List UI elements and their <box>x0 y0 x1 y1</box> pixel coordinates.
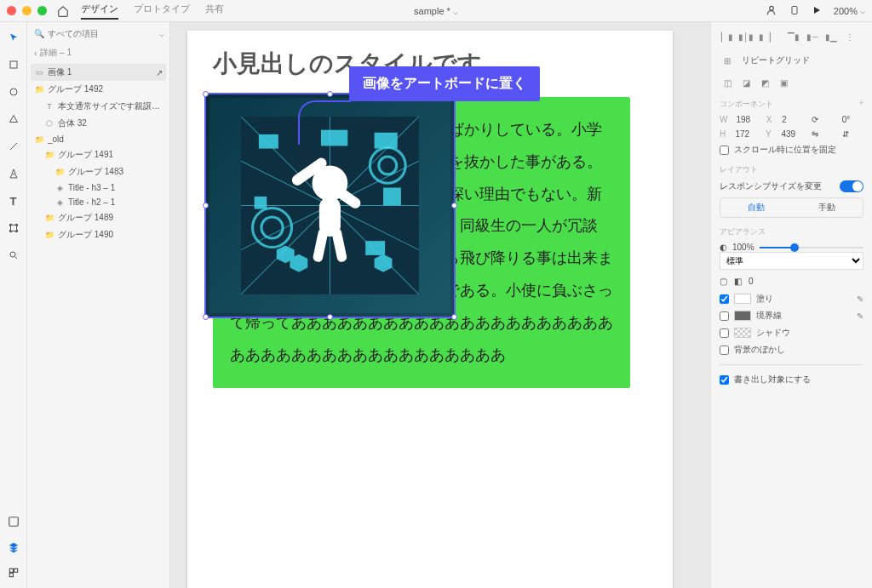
height-value[interactable]: 172 <box>736 129 758 139</box>
layer-item[interactable]: 📁グループ 1483 <box>31 163 166 180</box>
device-preview-icon[interactable] <box>789 4 800 18</box>
export-label: 書き出し対象にする <box>734 374 811 385</box>
resize-handle-se[interactable] <box>451 314 457 320</box>
layer-breadcrumb[interactable]: ‹ 詳細 – 1 <box>31 45 166 60</box>
layer-name: _old <box>48 134 163 144</box>
appearance-section-label: アピアランス <box>720 226 863 237</box>
align-center-h-icon[interactable]: ▮│▮ <box>738 29 754 44</box>
zoom-control[interactable]: 200%⌵ <box>834 6 865 16</box>
shadow-checkbox[interactable] <box>720 328 729 338</box>
layer-item[interactable]: ⬡合体 32 <box>31 115 166 132</box>
maximize-window[interactable] <box>37 6 47 15</box>
corner-diff-icon[interactable]: ◧ <box>734 277 742 286</box>
blend-mode-select[interactable]: 標準 <box>720 252 863 270</box>
opacity-slider[interactable] <box>760 247 863 248</box>
layout-mode-segment[interactable]: 自動 手動 <box>720 197 863 218</box>
resize-handle-nw[interactable] <box>203 91 209 97</box>
corner-same-icon[interactable]: ▢ <box>720 277 727 286</box>
align-left-icon[interactable]: ▏▮ <box>720 29 735 44</box>
artboard-tool[interactable] <box>7 221 20 235</box>
repeat-grid-button[interactable]: リピートグリッド <box>742 54 810 66</box>
artboard[interactable]: 小見出しのスタイルです <box>187 31 673 588</box>
ellipse-tool[interactable] <box>7 85 20 99</box>
repeat-grid-icon[interactable]: ⊞ <box>720 53 735 68</box>
polygon-tool[interactable] <box>7 112 20 126</box>
width-value[interactable]: 198 <box>736 115 757 124</box>
align-middle-icon[interactable]: ▮─ <box>805 29 820 44</box>
stroke-checkbox[interactable] <box>720 311 729 321</box>
y-value[interactable]: 439 <box>782 129 804 139</box>
layer-search-input[interactable] <box>48 29 156 38</box>
align-right-icon[interactable]: ▮▕ <box>757 29 772 44</box>
zoom-tool[interactable] <box>7 248 20 262</box>
boolean-subtract-icon[interactable]: ◪ <box>738 75 754 90</box>
layer-item[interactable]: ▭画像 1↗ <box>31 64 166 81</box>
body-text-block[interactable]: イズです親譲りの無鉄砲で ら損ばかりしている。小学 分学校の二階から飛び降り と… <box>213 97 630 388</box>
text-tool[interactable]: T <box>7 194 20 208</box>
corner-radius-value[interactable]: 0 <box>749 277 754 286</box>
rotate-icon[interactable]: ⟳ <box>812 115 833 124</box>
pen-tool[interactable] <box>7 167 20 180</box>
layers-panel-icon[interactable] <box>7 540 20 554</box>
select-tool[interactable] <box>7 31 20 44</box>
shadow-label: シャドウ <box>756 327 790 339</box>
fill-checkbox[interactable] <box>720 294 729 304</box>
resize-handle-s[interactable] <box>327 314 333 320</box>
home-icon[interactable] <box>57 5 69 17</box>
add-component-button[interactable]: + <box>859 99 863 107</box>
align-top-icon[interactable]: ▔▮ <box>786 29 801 44</box>
flip-v-icon[interactable]: ⇵ <box>842 129 864 139</box>
resize-handle-n[interactable] <box>327 91 333 97</box>
flip-h-icon[interactable]: ⇋ <box>812 129 834 139</box>
layer-item[interactable]: T本文通常サイズです親譲りの無… <box>31 98 166 115</box>
layer-item[interactable]: 📁グループ 1491 <box>31 146 166 163</box>
distribute-icon[interactable]: ⋮ <box>842 29 858 44</box>
boolean-add-icon[interactable]: ◫ <box>720 75 735 90</box>
svg-point-0 <box>770 6 774 10</box>
fill-eyedropper-icon[interactable]: ✎ <box>857 294 863 304</box>
layer-item[interactable]: 📁グループ 1489 <box>31 209 166 226</box>
opacity-value[interactable]: 100% <box>732 243 754 252</box>
boolean-exclude-icon[interactable]: ▣ <box>776 75 791 90</box>
assets-panel-icon[interactable] <box>7 515 20 528</box>
align-bottom-icon[interactable]: ▮▁ <box>823 29 839 44</box>
external-link-icon[interactable]: ↗ <box>156 68 163 77</box>
resize-handle-w[interactable] <box>203 203 209 208</box>
canvas[interactable]: 小見出しのスタイルです <box>170 22 710 588</box>
layout-manual[interactable]: 手動 <box>792 198 863 217</box>
account-icon[interactable] <box>766 4 777 18</box>
layout-auto[interactable]: 自動 <box>720 198 792 217</box>
layer-item[interactable]: ◈Title - h3 – 1 <box>31 180 166 195</box>
tab-design[interactable]: デザイン <box>81 3 118 20</box>
layer-item[interactable]: ◈Title - h2 – 1 <box>31 195 166 209</box>
scroll-fix-checkbox[interactable] <box>720 146 729 155</box>
resize-handle-e[interactable] <box>451 203 457 208</box>
blur-checkbox[interactable] <box>720 345 729 355</box>
tab-prototype[interactable]: プロトタイプ <box>134 3 190 20</box>
plugins-panel-icon[interactable] <box>7 566 20 579</box>
layer-item[interactable]: 📁グループ 1492 <box>31 81 166 98</box>
layer-item[interactable]: 📁グループ 1490 <box>31 226 166 243</box>
minimize-window[interactable] <box>22 6 32 15</box>
x-value[interactable]: 2 <box>782 115 803 124</box>
stroke-swatch[interactable] <box>734 311 751 321</box>
close-window[interactable] <box>7 6 16 15</box>
rectangle-tool[interactable] <box>7 58 20 71</box>
svg-rect-4 <box>10 225 16 231</box>
search-filter-chevron[interactable]: ⌵ <box>159 29 164 38</box>
export-checkbox[interactable] <box>720 375 729 385</box>
responsive-toggle[interactable] <box>840 180 863 192</box>
text-icon: T <box>44 102 54 111</box>
height-label: H <box>720 129 727 139</box>
layer-item[interactable]: 📁_old <box>31 132 166 146</box>
shadow-swatch[interactable] <box>734 328 751 338</box>
resize-handle-sw[interactable] <box>203 314 209 320</box>
line-tool[interactable] <box>7 140 20 153</box>
fill-swatch[interactable] <box>734 294 751 304</box>
play-icon[interactable] <box>812 5 822 17</box>
layer-name: グループ 1489 <box>58 212 163 224</box>
tab-share[interactable]: 共有 <box>205 3 224 20</box>
rotation-value[interactable]: 0° <box>842 115 863 124</box>
boolean-intersect-icon[interactable]: ◩ <box>757 75 772 90</box>
stroke-eyedropper-icon[interactable]: ✎ <box>857 311 863 321</box>
